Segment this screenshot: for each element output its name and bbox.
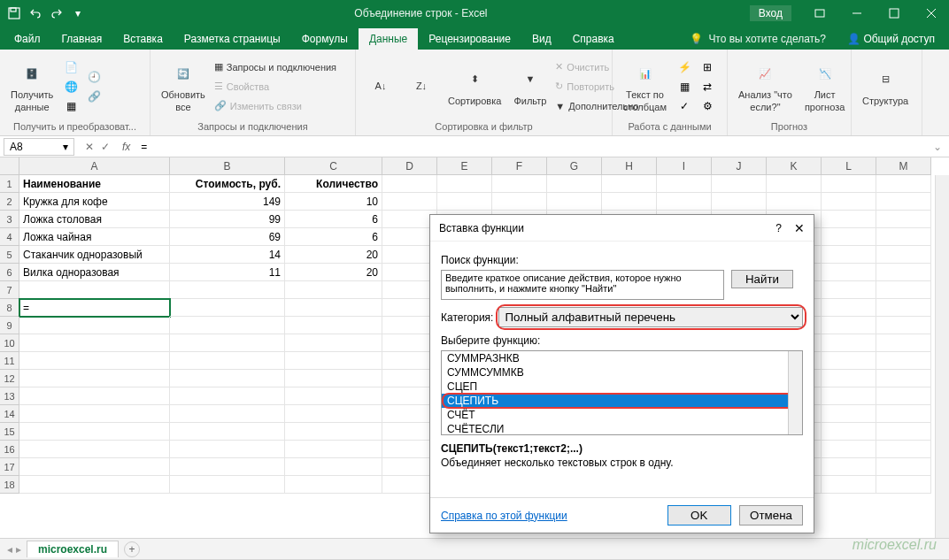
cell[interactable]: 20 [285,246,382,264]
cell[interactable] [822,370,876,387]
cell[interactable]: Вилка одноразовая [19,264,170,281]
col-header[interactable]: K [767,157,822,175]
cell[interactable] [822,352,876,370]
sheet-prev-icon[interactable]: ◂ [7,543,12,556]
accept-formula-icon[interactable]: ✓ [101,141,110,153]
cell[interactable] [876,370,931,387]
login-button[interactable]: Вход [750,5,791,21]
function-item[interactable]: СУММСУММКВ [442,365,802,380]
cancel-button[interactable]: Отмена [739,505,803,525]
sort-button[interactable]: ⬍ Сортировка [444,64,505,109]
from-table-icon[interactable]: ▦ [62,97,80,115]
cell[interactable] [285,405,382,423]
cell[interactable] [822,441,876,458]
cell[interactable] [876,476,931,494]
cell[interactable]: Стаканчик одноразовый [19,246,170,264]
whatif-button[interactable]: 📈 Анализ "что если?" [735,58,796,114]
cell[interactable] [822,317,876,334]
from-text-icon[interactable]: 📄 [62,58,80,76]
cell[interactable] [822,281,876,299]
cell[interactable] [170,441,285,458]
cell[interactable] [767,193,822,211]
category-select[interactable]: Полный алфавитный перечень [498,307,803,327]
fx-icon[interactable]: fx [117,141,135,153]
cell[interactable] [19,281,170,299]
function-item[interactable]: СЦЕПИТЬ [442,394,802,408]
row-header[interactable]: 15 [0,423,19,441]
cell[interactable]: 10 [285,193,382,211]
cell[interactable] [767,175,822,193]
cell[interactable]: Кружка для кофе [19,193,170,211]
existing-connections-icon[interactable]: 🔗 [85,88,103,105]
cell[interactable] [285,423,382,441]
tell-me[interactable]: 💡 Что вы хотите сделать? [679,28,837,50]
cell[interactable] [437,193,492,211]
col-header[interactable]: L [822,157,876,175]
cell[interactable] [170,352,285,370]
cell[interactable] [285,334,382,352]
cell[interactable] [822,228,876,246]
col-header[interactable]: C [285,157,382,175]
cell[interactable] [822,175,876,193]
recent-sources-icon[interactable]: 🕘 [85,68,103,86]
ok-button[interactable]: OK [667,505,731,525]
col-header[interactable]: M [876,157,931,175]
cell[interactable]: 69 [170,228,285,246]
cell[interactable] [382,193,437,211]
tab-Вставка[interactable]: Вставка [112,28,174,50]
cell[interactable]: 20 [285,264,382,281]
edit-links-button[interactable]: 🔗Изменить связи [214,97,336,115]
tab-Формулы[interactable]: Формулы [291,28,359,50]
cell[interactable] [822,423,876,441]
cell[interactable] [19,476,170,494]
col-header[interactable]: I [657,157,712,175]
cell[interactable] [170,458,285,476]
col-header[interactable]: E [437,157,492,175]
cell[interactable] [285,441,382,458]
cell[interactable] [170,317,285,334]
close-icon[interactable] [914,0,949,27]
col-header[interactable]: F [492,157,547,175]
row-header[interactable]: 11 [0,352,19,370]
tab-Рецензирование[interactable]: Рецензирование [418,28,521,50]
cell[interactable] [19,317,170,334]
save-icon[interactable] [5,4,23,22]
cell[interactable] [876,441,931,458]
row-header[interactable]: 13 [0,387,19,405]
cell[interactable]: Наименование [19,175,170,193]
cell[interactable]: = [19,299,170,317]
sheet-next-icon[interactable]: ▸ [16,543,21,556]
cell[interactable]: Количество [285,175,382,193]
find-button[interactable]: Найти [731,270,793,288]
cell[interactable]: 6 [285,228,382,246]
function-list[interactable]: СУММРАЗНКВСУММСУММКВСЦЕПСЦЕПИТЬСЧЁТСЧЁТЕ… [441,350,803,435]
tab-Данные[interactable]: Данные [359,28,418,50]
cell[interactable] [876,281,931,299]
function-item[interactable]: СЦЕП [442,380,802,394]
cell[interactable] [19,387,170,405]
row-header[interactable]: 5 [0,246,19,264]
cell[interactable]: Стоимость, руб. [170,175,285,193]
cell[interactable] [876,175,931,193]
name-box[interactable]: A8 ▾ [4,138,74,156]
add-sheet-button[interactable]: + [124,541,140,557]
flash-fill-icon[interactable]: ⚡ [675,58,693,76]
cell[interactable]: 14 [170,246,285,264]
sort-az-button[interactable]: A↓ [363,71,398,103]
cell[interactable] [547,193,602,211]
cell[interactable] [822,458,876,476]
tab-Главная[interactable]: Главная [51,28,113,50]
properties-button[interactable]: ☰Свойства [214,78,336,96]
tab-Вид[interactable]: Вид [521,28,562,50]
cell[interactable] [19,405,170,423]
sort-za-button[interactable]: Z↓ [404,71,439,103]
row-header[interactable]: 14 [0,405,19,423]
sheet-tab[interactable]: microexcel.ru [27,541,119,557]
tab-Справка[interactable]: Справка [562,28,625,50]
get-data-button[interactable]: 🗄️ Получить данные [7,58,57,114]
cell[interactable] [547,175,602,193]
forecast-sheet-button[interactable]: 📉 Лист прогноза [801,58,848,114]
cell[interactable] [876,299,931,317]
cell[interactable] [170,370,285,387]
help-icon[interactable]: ? [775,222,782,234]
